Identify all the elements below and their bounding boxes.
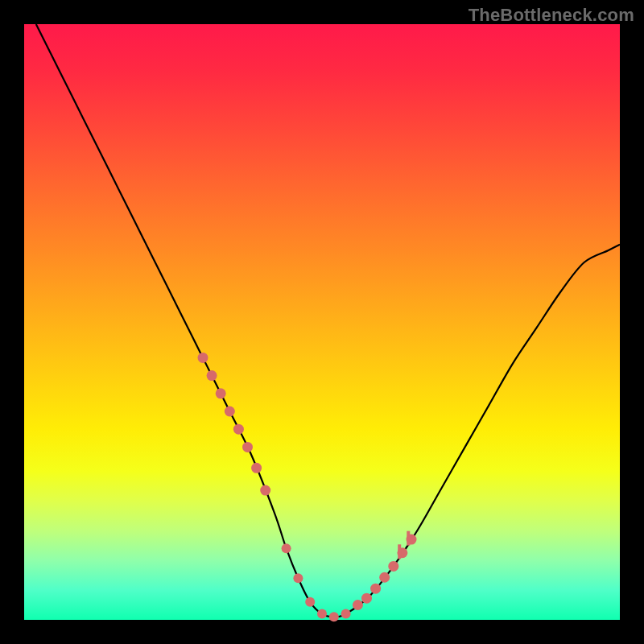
data-marker <box>207 370 217 381</box>
plot-area <box>24 24 620 620</box>
data-marker <box>341 609 351 619</box>
data-marker <box>317 609 327 619</box>
curve-svg <box>24 24 620 620</box>
data-marker <box>260 485 270 496</box>
watermark-text: TheBottleneck.com <box>469 5 634 26</box>
data-marker <box>233 424 244 435</box>
data-marker <box>329 612 339 621</box>
data-marker <box>353 600 363 610</box>
data-marker <box>370 584 381 594</box>
bottleneck-curve <box>36 24 620 617</box>
data-marker-bar <box>407 531 410 546</box>
data-marker <box>361 593 372 604</box>
data-marker <box>379 572 390 583</box>
data-marker <box>293 573 303 583</box>
marker-group <box>198 353 417 621</box>
data-marker-bar <box>398 544 401 559</box>
chart-frame: TheBottleneck.com <box>0 0 644 644</box>
data-marker <box>305 597 315 607</box>
data-marker <box>242 442 253 452</box>
data-marker <box>216 388 226 398</box>
data-marker <box>198 353 208 363</box>
data-marker <box>225 407 235 417</box>
data-marker <box>251 463 262 473</box>
data-marker <box>388 561 398 572</box>
data-marker <box>282 543 291 553</box>
